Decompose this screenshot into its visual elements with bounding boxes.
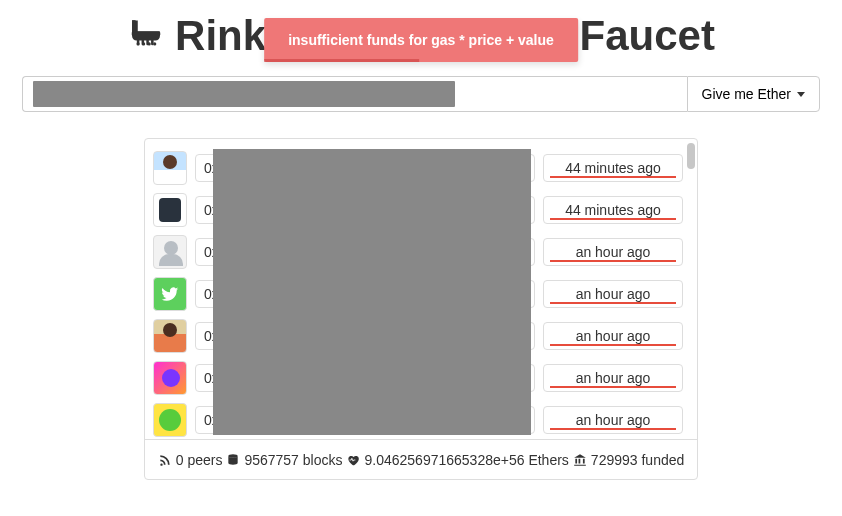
time-badge: 44 minutes ago <box>543 196 683 224</box>
scrollbar[interactable] <box>687 143 695 435</box>
request-row: Give me Ether <box>22 76 820 112</box>
error-alert: insufficient funds for gas * price + val… <box>264 18 578 62</box>
redaction-mask <box>213 149 531 435</box>
svg-point-6 <box>229 454 238 458</box>
give-ether-button[interactable]: Give me Ether <box>687 76 820 112</box>
svg-rect-1 <box>132 20 135 33</box>
time-badge: an hour ago <box>543 280 683 308</box>
avatar <box>153 361 187 395</box>
bank-icon <box>573 453 587 467</box>
svg-point-2 <box>137 42 140 45</box>
scrollbar-thumb[interactable] <box>687 143 695 169</box>
database-icon <box>226 453 240 467</box>
svg-rect-0 <box>132 31 161 36</box>
stat-ethers: 9.046256971665328e+56 Ethers <box>364 452 568 468</box>
queue-panel: 0x44 minutes ago0x44 minutes ago0xan hou… <box>144 138 698 480</box>
twitter-bird-icon <box>160 284 180 304</box>
avatar <box>153 235 187 269</box>
avatar <box>153 319 187 353</box>
svg-point-4 <box>148 42 151 45</box>
rss-icon <box>158 453 172 467</box>
stat-blocks: 9567757 blocks <box>244 452 342 468</box>
svg-point-3 <box>142 42 145 45</box>
error-alert-text: insufficient funds for gas * price + val… <box>288 32 554 48</box>
social-url-input[interactable] <box>22 76 687 112</box>
stat-peers: 0 peers <box>176 452 223 468</box>
give-ether-label: Give me Ether <box>702 86 791 102</box>
svg-point-5 <box>153 42 156 45</box>
avatar <box>153 277 187 311</box>
avatar <box>153 151 187 185</box>
avatar <box>153 193 187 227</box>
stat-funded: 729993 funded <box>591 452 684 468</box>
time-badge: an hour ago <box>543 364 683 392</box>
time-badge: an hour ago <box>543 406 683 434</box>
chevron-down-icon <box>797 92 805 97</box>
time-badge: an hour ago <box>543 322 683 350</box>
input-value-mask <box>33 81 455 107</box>
shower-icon <box>127 17 165 55</box>
time-badge: 44 minutes ago <box>543 154 683 182</box>
heartbeat-icon <box>346 453 360 467</box>
stats-footer: 0 peers 9567757 blocks 9.046256971665328… <box>145 439 697 479</box>
time-badge: an hour ago <box>543 238 683 266</box>
avatar <box>153 403 187 437</box>
queue-body: 0x44 minutes ago0x44 minutes ago0xan hou… <box>145 139 697 439</box>
